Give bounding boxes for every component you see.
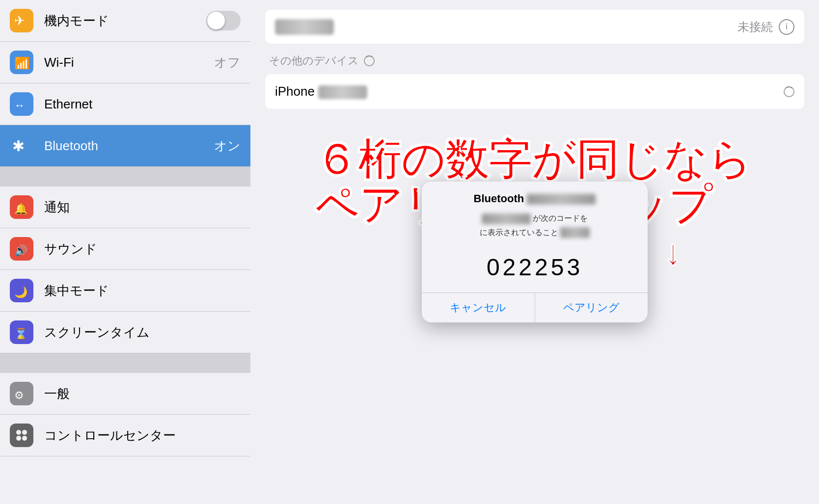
notifications-label: 通知	[44, 199, 241, 216]
svg-point-12	[22, 436, 27, 441]
control-icon	[14, 427, 29, 443]
wifi-icon: 📶	[14, 55, 29, 69]
airplane-icon-wrap: ✈	[10, 9, 33, 32]
svg-text:⌛: ⌛	[14, 327, 28, 340]
sidebar-item-screentime[interactable]: ⌛ スクリーンタイム	[0, 312, 250, 353]
airplane-label: 機内モード	[44, 12, 206, 29]
dialog-title-blurred	[527, 194, 596, 205]
general-label: 一般	[44, 385, 241, 402]
wifi-icon-wrap: 📶	[10, 51, 33, 74]
content-area: 未接続 i その他のデバイス iPhone ６桁の数字が同じなら ペアリングをタ…	[250, 0, 819, 504]
screentime-label: スクリーンタイム	[44, 324, 241, 341]
ethernet-label: Ethernet	[44, 97, 241, 112]
dialog-body-line1: が次のコードを	[432, 213, 638, 224]
bluetooth-icon-wrap: ✱	[10, 134, 33, 158]
svg-text:✈: ✈	[14, 13, 25, 28]
focus-icon: 🌙	[14, 283, 29, 298]
notifications-icon-wrap: 🔔	[10, 195, 33, 219]
sidebar-divider-2	[0, 353, 250, 373]
bluetooth-icon: ✱	[12, 136, 31, 155]
screentime-icon-wrap: ⌛	[10, 320, 33, 344]
dialog-title-text: Bluetooth	[474, 192, 524, 205]
svg-text:🌙: 🌙	[14, 286, 28, 298]
sounds-icon-wrap: 🔊	[10, 237, 33, 261]
dialog-buttons: キャンセル ペアリング	[422, 293, 648, 322]
general-icon-wrap: ⚙	[10, 382, 33, 405]
focus-icon-wrap: 🌙	[10, 279, 33, 302]
dialog-overlay: Bluetooth が次のコードを に表示されていること	[250, 0, 819, 504]
pair-label: ペアリング	[563, 300, 620, 315]
svg-point-11	[16, 436, 21, 441]
ethernet-icon: ↔	[14, 97, 29, 111]
svg-point-10	[22, 430, 27, 435]
sidebar-section-2: 🔔 通知 🔊 サウンド 🌙 集中モード	[0, 186, 250, 353]
airplane-icon: ✈	[14, 13, 29, 28]
sidebar-item-airplane[interactable]: ✈ 機内モード	[0, 0, 250, 42]
svg-text:✱: ✱	[12, 138, 25, 154]
svg-text:🔊: 🔊	[14, 244, 28, 256]
focus-label: 集中モード	[44, 282, 241, 299]
sidebar-item-notifications[interactable]: 🔔 通知	[0, 186, 250, 228]
control-label: コントロールセンター	[44, 427, 241, 444]
sidebar-item-bluetooth[interactable]: ✱ Bluetooth オン	[0, 125, 250, 167]
body-blurred-1	[482, 213, 531, 224]
wifi-label: Wi-Fi	[44, 55, 214, 70]
sidebar-item-wifi[interactable]: 📶 Wi-Fi オフ	[0, 42, 250, 83]
sidebar-divider-1	[0, 167, 250, 186]
sidebar-item-sounds[interactable]: 🔊 サウンド	[0, 228, 250, 270]
control-icon-wrap	[10, 424, 33, 447]
dialog-body: が次のコードを に表示されていること	[422, 213, 648, 246]
pair-button[interactable]: ペアリング	[535, 293, 648, 322]
sidebar-item-ethernet[interactable]: ↔ Ethernet	[0, 83, 250, 125]
notifications-icon: 🔔	[14, 200, 29, 214]
svg-text:⚙: ⚙	[14, 389, 24, 401]
body-text-suffix: に表示されていること	[480, 228, 558, 237]
sounds-icon: 🔊	[14, 241, 29, 256]
body-text-prefix: が次のコードを	[533, 214, 588, 222]
sidebar-item-general[interactable]: ⚙ 一般	[0, 373, 250, 415]
arrow-down-icon: ↓	[664, 232, 682, 272]
svg-point-9	[16, 430, 21, 435]
dialog-header: Bluetooth	[422, 182, 648, 213]
ethernet-icon-wrap: ↔	[10, 92, 33, 116]
bluetooth-value: オン	[214, 137, 241, 155]
sidebar-section-3: ⚙ 一般 コントロールセンター	[0, 373, 250, 456]
cancel-label: キャンセル	[450, 300, 506, 315]
body-blurred-2	[560, 227, 590, 238]
pairing-code: 022253	[422, 246, 648, 292]
dialog-container: Bluetooth が次のコードを に表示されていること	[422, 182, 648, 323]
svg-text:📶: 📶	[14, 56, 29, 69]
svg-text:↔: ↔	[14, 99, 25, 111]
bluetooth-label: Bluetooth	[44, 138, 214, 154]
dialog-title: Bluetooth	[434, 192, 636, 205]
sidebar: ✈ 機内モード 📶 Wi-Fi オフ ↔ Ethernet	[0, 0, 250, 504]
sidebar-section-1: ✈ 機内モード 📶 Wi-Fi オフ ↔ Ethernet	[0, 0, 250, 167]
wifi-value: オフ	[214, 54, 241, 71]
screentime-icon: ⌛	[14, 325, 29, 340]
sidebar-item-control-center[interactable]: コントロールセンター	[0, 415, 250, 456]
svg-text:🔔: 🔔	[14, 202, 28, 214]
bluetooth-pairing-dialog: Bluetooth が次のコードを に表示されていること	[422, 182, 648, 323]
sounds-label: サウンド	[44, 240, 241, 258]
airplane-toggle[interactable]	[206, 11, 241, 30]
general-icon: ⚙	[14, 386, 29, 401]
cancel-button[interactable]: キャンセル	[422, 293, 535, 322]
dialog-body-line2: に表示されていること	[432, 227, 638, 239]
sidebar-item-focus[interactable]: 🌙 集中モード	[0, 270, 250, 312]
